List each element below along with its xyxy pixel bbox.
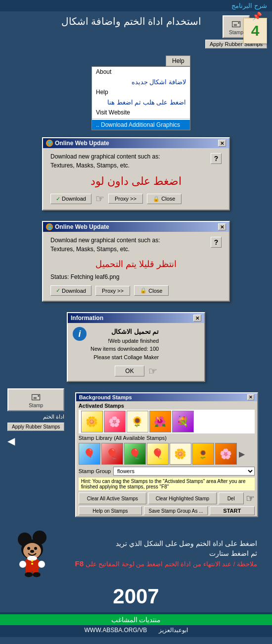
dialog1-title: Online Web Update xyxy=(55,140,109,147)
dialog1-download-btn[interactable]: ✓ Download xyxy=(50,194,91,204)
stamp-balloon3[interactable]: 🎈 xyxy=(124,443,146,465)
dialog2-wrapper: 🌐 Online Web Update ✕ ? Download new gra… xyxy=(0,217,272,306)
stamp-flower8[interactable]: 🌸 xyxy=(215,443,237,465)
stamps-section: 🖃 Stamp اداة الختم Apply Rubber Stamps ◀… xyxy=(7,388,265,521)
help-dropdown: About لاضافة اشكال جديده Help اضغط على ه… xyxy=(91,66,190,130)
dialog2-icon: 🌐 xyxy=(46,223,53,230)
footer-forum-text: منتديات المشاغب xyxy=(111,616,161,624)
note-label: ملاحظة xyxy=(237,560,257,568)
stamp-label: Stamp xyxy=(229,30,243,35)
mickey-row: اضغط على اداة الختم وضل على الشكل الذي ت… xyxy=(7,529,265,578)
scroll-arrow-icon[interactable]: ◀ xyxy=(7,435,64,447)
dialog1-wrapper: 🌐 Online Web Update ✕ ? Download new gra… xyxy=(0,133,272,215)
footer: منتديات المشاغب WWW.ABSBA.ORG/VB ابوعبدا… xyxy=(0,612,272,637)
dialog1-arabic-text: اضغط على داون لود xyxy=(50,175,222,188)
help-visit[interactable]: Visit Website xyxy=(92,107,190,117)
info-body: i تم تحميل الاشكال Web update finished! … xyxy=(68,323,204,381)
cursor-icon2: ☞ xyxy=(148,365,157,377)
info-ok-btn[interactable]: OK xyxy=(115,366,144,376)
dialog2-text1: Download new graphical content such as: xyxy=(50,237,222,244)
stamp-tool-icon: 🖃 xyxy=(31,391,41,403)
stamp-balloon4[interactable]: 🎈 xyxy=(147,443,169,465)
del-btn[interactable]: Del xyxy=(219,492,244,504)
help-stamps-btn[interactable]: Help on Stamps xyxy=(79,506,142,515)
dialog1-text2: Textures, Masks, Stamps, etc. xyxy=(50,162,222,169)
dialog2-arabic-text: انتظر قليلا يتم التحميل xyxy=(50,259,222,269)
stamp-flower2[interactable]: 🌸 xyxy=(104,411,126,432)
number-badge: 4 xyxy=(243,18,267,44)
svg-point-5 xyxy=(34,547,37,550)
stamps-panel: Background Stamps ✕ Activated Stamps 🌼 🌸… xyxy=(75,392,258,517)
apply-rubber-btn2[interactable]: Apply Rubber Stamps xyxy=(7,423,64,431)
activated-stamps-row: 🌼 🌸 🌻 🌺 💐 xyxy=(79,410,255,433)
start-btn[interactable]: START xyxy=(210,506,255,515)
pin-icon: 📌 xyxy=(252,11,262,21)
info-line2: New items downloaded: 100 xyxy=(91,345,159,353)
save-group-btn[interactable]: Save Stamp Group As ... xyxy=(144,506,208,515)
svg-point-4 xyxy=(27,547,30,550)
dialog1: 🌐 Online Web Update ✕ ? Download new gra… xyxy=(42,137,230,211)
activated-stamps-label: Activated Stamps xyxy=(76,401,257,410)
help-about[interactable]: About xyxy=(92,67,190,77)
bottom-instructions: اضغط على اداة الختم وضل على الشكل الذي ت… xyxy=(0,524,272,581)
footer-website: WWW.ABSBA.ORG/VB xyxy=(84,627,147,634)
help-help[interactable]: Help xyxy=(92,87,190,97)
clear-all-btn[interactable]: Clear All Active Stamps xyxy=(79,492,146,504)
dialog1-icon: 🌐 xyxy=(46,140,53,147)
info-title: Information xyxy=(71,315,103,322)
help-download[interactable]: .. Download Additional Graphics xyxy=(92,120,190,130)
svg-point-14 xyxy=(31,563,33,565)
stamp-flower4[interactable]: 🌺 xyxy=(149,411,171,432)
stamp-flower1[interactable]: 🌼 xyxy=(81,411,103,432)
cursor-icon1: ☞ xyxy=(95,193,104,205)
stamp-flower3[interactable]: 🌻 xyxy=(127,411,148,432)
info-line3: Please start Collage Maker xyxy=(91,353,159,362)
stamp-icon: 🖃 xyxy=(231,18,241,30)
help-area: Help About لاضافة اشكال جديده Help اضغط … xyxy=(0,55,272,130)
footer-bottom: WWW.ABSBA.ORG/VB ابوعبدالعزيز xyxy=(0,625,272,635)
info-dialog-wrapper: Information ✕ i تم تحميل الاشكال Web upd… xyxy=(0,308,272,386)
dialog1-body: ? Download new graphical content such as… xyxy=(43,148,229,210)
stamps-group-row: Stamp Group flowers xyxy=(76,466,257,477)
stamps-group-select[interactable]: flowers xyxy=(113,467,255,476)
dialog2: 🌐 Online Web Update ✕ ? Download new gra… xyxy=(42,221,230,302)
help-button[interactable]: Help xyxy=(166,55,190,66)
library-scroll-arrow[interactable]: ▶ xyxy=(238,449,246,459)
info-titlebar: Information ✕ xyxy=(68,313,204,323)
dialog1-close-btn[interactable]: ✕ xyxy=(218,140,226,147)
stamps-titlebar: Background Stamps ✕ xyxy=(76,393,257,401)
bottom-text2: ثم اضغط ستارت xyxy=(62,549,257,557)
stamps-panel-close[interactable]: ✕ xyxy=(247,394,254,400)
stamps-hint: Hint: You can drag the Stamps to the "Ac… xyxy=(79,478,255,490)
stamp-balloon2[interactable]: 🎈 xyxy=(101,443,123,465)
dialog1-close-button[interactable]: 🔒 Close xyxy=(147,194,181,204)
help-click-here[interactable]: اضغط على هلب ثم اضغط هنا xyxy=(92,97,190,107)
stamp-balloon1[interactable]: 🎈 xyxy=(79,443,100,465)
svg-point-10 xyxy=(25,572,33,577)
year-text: 2007 xyxy=(113,582,159,610)
stamp-tool-button[interactable]: 🖃 Stamp xyxy=(7,388,64,411)
stamp-flower6[interactable]: 🌼 xyxy=(170,443,191,465)
dialog1-proxy-btn[interactable]: Proxy >> xyxy=(108,194,143,204)
dialog1-buttons: ✓ Download ☞ Proxy >> 🔒 Close xyxy=(50,193,222,205)
dialog2-title: Online Web Update xyxy=(55,223,109,230)
dialog2-text2: Textures, Masks, Stamps, etc. xyxy=(50,246,222,253)
top-bar-label: شرح البرنامج xyxy=(231,2,267,9)
info-close-btn[interactable]: ✕ xyxy=(193,315,201,322)
stamps-left-col: 🖃 Stamp اداة الختم Apply Rubber Stamps ◀ xyxy=(7,388,64,447)
dialog1-titlebar: 🌐 Online Web Update ✕ xyxy=(43,138,229,148)
svg-point-11 xyxy=(33,572,41,577)
help-add-shapes[interactable]: لاضافة اشكال جديده xyxy=(92,77,190,87)
footer-user: ابوعبدالعزيز xyxy=(159,627,188,634)
dialog2-proxy-btn[interactable]: Proxy >> xyxy=(95,286,130,296)
stamps-group-label: Stamp Group xyxy=(79,468,111,474)
clear-highlighted-btn[interactable]: Clear Highlighted Stamp xyxy=(148,492,216,504)
stamp-flower7[interactable]: 🌻 xyxy=(192,443,214,465)
dialog2-close-btn[interactable]: ✕ xyxy=(218,223,226,230)
dialog2-download-btn[interactable]: ✓ Download xyxy=(50,285,91,296)
dialog2-close-button[interactable]: 🔒 Close xyxy=(134,285,169,296)
info-icon: i xyxy=(73,327,87,341)
info-text: تم تحميل الاشكال Web update finished! Ne… xyxy=(91,327,159,361)
stamps-library-label: Stamp Library (All Available Stamps) xyxy=(76,433,257,442)
stamp-flower5[interactable]: 💐 xyxy=(172,411,194,432)
